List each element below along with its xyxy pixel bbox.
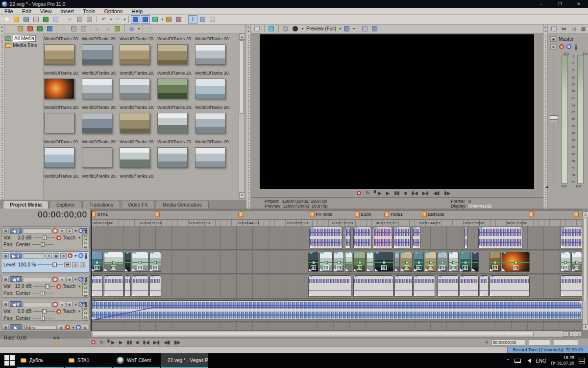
video-event[interactable]: ⊞ — [91, 252, 103, 272]
stop-button[interactable]: ■ — [136, 340, 139, 345]
track-fx-icon[interactable]: ⊕ — [60, 253, 67, 259]
pan-slider[interactable] — [32, 242, 53, 247]
previous-frame-button[interactable]: ◀▮ — [164, 340, 170, 345]
tab-video-fx[interactable]: Video FX — [121, 201, 155, 209]
tab-transitions[interactable]: Transitions — [82, 201, 120, 209]
time-ruler[interactable]: 00:00:00;0000:00:15;0000:00:29;2900:00:4… — [91, 220, 582, 227]
extract-audio-icon[interactable] — [35, 25, 45, 33]
taskbar-item-wotclient[interactable]: WoT Client — [113, 353, 160, 368]
cut-icon[interactable]: ✂ — [65, 15, 74, 24]
event-pan-crop-icon[interactable]: ⊞ — [137, 265, 143, 270]
video-event[interactable]: ⊞ — [502, 252, 530, 272]
bus-plug-icon[interactable]: ⊕ — [82, 325, 88, 330]
event-pan-crop-icon[interactable]: ⊞ — [323, 265, 329, 270]
auto-ripple-icon[interactable] — [150, 15, 160, 24]
audio-thin-event[interactable] — [561, 275, 582, 297]
tab-media-generators[interactable]: Media Generators — [156, 201, 209, 209]
menu-options[interactable]: Options — [100, 8, 127, 14]
record-button[interactable] — [357, 191, 361, 195]
quality-dropdown2-icon[interactable]: ▼ — [339, 27, 342, 30]
audio-thin-event[interactable] — [490, 275, 530, 297]
video-event[interactable]: ⊞ — [334, 252, 344, 272]
event-pan-crop-icon[interactable]: ⊞ — [574, 265, 579, 270]
envelope-node[interactable] — [139, 261, 142, 264]
selection-start-field[interactable] — [528, 339, 550, 345]
pan-slider[interactable] — [32, 316, 53, 320]
edit-cursor[interactable] — [91, 211, 92, 331]
volume-slider[interactable] — [33, 236, 55, 240]
marker-flag[interactable]: 4 — [310, 211, 315, 217]
tab-explorer[interactable]: Explorer — [49, 201, 81, 209]
go-to-start-button[interactable]: ▮◀ — [143, 340, 149, 345]
capture-video-icon[interactable] — [25, 25, 35, 33]
audio-thin-event[interactable] — [414, 275, 435, 297]
event-pan-crop-icon[interactable]: ⊞ — [463, 265, 468, 270]
go-to-start-button[interactable]: ▮◀ — [412, 190, 418, 196]
arm-record-icon[interactable] — [52, 302, 58, 307]
import-media-icon[interactable] — [16, 25, 25, 33]
envelope-node[interactable] — [312, 261, 315, 264]
video-event[interactable]: ⊞ — [438, 252, 447, 272]
media-item-thumbnail[interactable] — [44, 44, 74, 65]
fade-out-handle[interactable] — [578, 301, 582, 304]
loop-playback-button[interactable]: ↻ — [366, 190, 369, 196]
marker-flag[interactable]: 6 — [384, 211, 389, 217]
media-properties-icon[interactable] — [69, 25, 78, 33]
audio-thin-event[interactable] — [308, 275, 351, 297]
properties-icon[interactable]: ⚡ — [6, 25, 15, 33]
track-name-field[interactable] — [23, 253, 45, 259]
overlay-icon[interactable] — [342, 25, 351, 33]
mode-dropdown-icon[interactable]: ▼ — [77, 285, 81, 288]
solo-icon[interactable] — [85, 253, 87, 259]
enable-snapping-icon[interactable] — [131, 15, 140, 24]
import-media-icon[interactable] — [41, 15, 50, 24]
tray-chevron-icon[interactable]: ⌃ — [506, 358, 510, 364]
taskbar-item-22vegvegaspr[interactable]: 22.veg * - Vegas Pr... — [161, 353, 208, 368]
minimize-track-icon[interactable]: ▤ — [2, 302, 9, 307]
video-event[interactable] — [367, 252, 373, 272]
timeline-marker-6[interactable]: 6T5051 — [384, 211, 403, 217]
media-item[interactable]: WorldOfTanks 20... — [157, 71, 193, 99]
stop-button[interactable]: ■ — [404, 190, 407, 196]
media-item[interactable]: WorldOfTanks 20... — [120, 71, 155, 99]
meter-options-icon[interactable]: ▥ — [579, 25, 588, 33]
envelope-node[interactable] — [417, 261, 420, 264]
menu-tools[interactable]: Tools — [78, 8, 100, 14]
gear-dropdown-icon[interactable]: ▼ — [74, 254, 77, 258]
network-icon[interactable] — [514, 359, 521, 363]
video-event[interactable]: ⊞ — [319, 252, 333, 272]
play-button[interactable]: ▶ — [386, 190, 390, 196]
envelope-node[interactable] — [464, 261, 467, 264]
track-name-field[interactable] — [23, 228, 51, 234]
event-pan-crop-icon[interactable]: ⊞ — [404, 265, 409, 270]
track-header-4[interactable]: ▤▶ 4✦▣⊕▼Level:100,0 %⬒↥↧ — [1, 251, 90, 273]
minimize-button[interactable]: – — [532, 0, 551, 8]
event-pan-crop-icon[interactable]: ⊞ — [152, 265, 158, 270]
track-header-video-bus[interactable]: ▤▶ Video⊕▼⊕ — [1, 323, 90, 330]
master-solo-icon[interactable] — [575, 44, 577, 50]
envelope-node[interactable] — [405, 261, 408, 264]
audio-purple-event[interactable] — [353, 227, 371, 248]
audio-thin-event[interactable] — [149, 275, 161, 297]
clock[interactable]: 18:25 Пт 31.07.20 — [551, 355, 574, 366]
video-event[interactable]: ⊞ — [374, 252, 393, 272]
event-pan-crop-icon[interactable]: ⊞ — [336, 265, 342, 270]
media-item-thumbnail[interactable] — [120, 113, 150, 133]
timeline-marker-5[interactable]: 5E100 — [355, 211, 371, 217]
video-event[interactable]: ⊞ — [561, 252, 570, 272]
envelope-node[interactable] — [112, 261, 115, 264]
envelope-node[interactable] — [429, 261, 432, 264]
marker-flag[interactable]: 5 — [355, 211, 360, 217]
menu-file[interactable]: File — [0, 8, 18, 14]
search-media-icon[interactable]: ◯ — [145, 25, 154, 33]
track-name-field[interactable]: Video — [23, 325, 57, 330]
pause-button[interactable]: ▮▮ — [126, 340, 132, 345]
track-motion-icon[interactable]: ▣ — [53, 253, 59, 259]
minimize-track-icon[interactable]: ▤ — [2, 325, 9, 330]
menu-edit[interactable]: Edit — [18, 8, 36, 14]
insert-bus-icon[interactable] — [549, 25, 559, 33]
video-event[interactable]: ⊞ — [353, 252, 366, 272]
vscroll-thumb[interactable] — [583, 218, 587, 301]
event-pan-crop-icon[interactable]: ⊞ — [513, 265, 518, 270]
panel-grip[interactable]: ✕▾ — [543, 25, 548, 209]
